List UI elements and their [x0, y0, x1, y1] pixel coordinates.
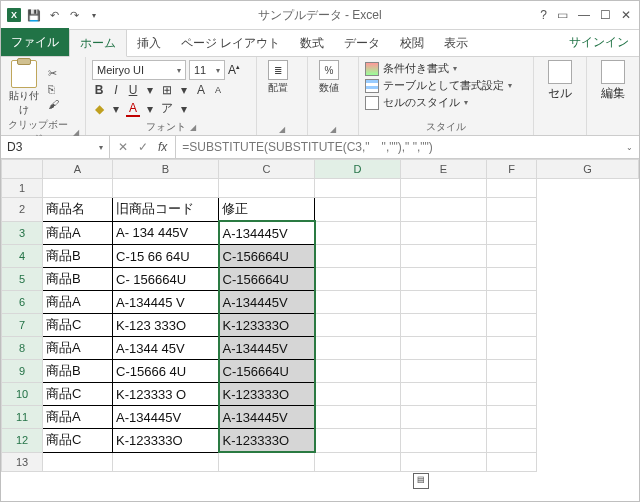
cell-F3[interactable] [401, 221, 487, 245]
cell-F11[interactable] [401, 406, 487, 429]
cell-E8[interactable] [315, 337, 401, 360]
cell-E6[interactable] [315, 291, 401, 314]
close-icon[interactable]: ✕ [621, 8, 631, 22]
cell-G10[interactable] [487, 383, 537, 406]
border-button[interactable]: ⊞ [160, 83, 174, 97]
cell-C3[interactable]: A- 134 445V [113, 221, 219, 245]
cell-C11[interactable]: A-134445V [113, 406, 219, 429]
cell-F13[interactable] [401, 452, 487, 472]
cell-E3[interactable] [315, 221, 401, 245]
cell-B8[interactable]: 商品A [43, 337, 113, 360]
col-header-G[interactable]: G [537, 160, 639, 179]
cell-B13[interactable] [43, 452, 113, 472]
tab-view[interactable]: 表示 [434, 30, 478, 56]
cell-B10[interactable]: 商品C [43, 383, 113, 406]
row-header-5[interactable]: 5 [2, 268, 43, 291]
cell-E11[interactable] [315, 406, 401, 429]
cell-E10[interactable] [315, 383, 401, 406]
sign-in-link[interactable]: サインイン [559, 29, 639, 56]
cell-C6[interactable]: A-134445 V [113, 291, 219, 314]
row-header-3[interactable]: 3 [2, 221, 43, 245]
cell-E1[interactable] [315, 179, 401, 198]
cell-D5[interactable]: C-156664U [219, 268, 315, 291]
cancel-formula-icon[interactable]: ✕ [118, 140, 128, 154]
row-header-1[interactable]: 1 [2, 179, 43, 198]
cell-D4[interactable]: C-156664U [219, 245, 315, 268]
cell-G1[interactable] [487, 179, 537, 198]
phonetic-button[interactable]: ア [160, 100, 174, 117]
cell-C10[interactable]: K-123333 O [113, 383, 219, 406]
row-header-4[interactable]: 4 [2, 245, 43, 268]
cell-D9[interactable]: C-156664U [219, 360, 315, 383]
fill-color-button[interactable]: ◆ [92, 102, 106, 116]
cell-G2[interactable] [487, 198, 537, 222]
cell-B11[interactable]: 商品A [43, 406, 113, 429]
cell-F4[interactable] [401, 245, 487, 268]
col-header-A[interactable]: A [43, 160, 113, 179]
cell-D6[interactable]: A-134445V [219, 291, 315, 314]
cell-C4[interactable]: C-15 66 64U [113, 245, 219, 268]
cell-C7[interactable]: K-123 333O [113, 314, 219, 337]
cell-C12[interactable]: K-123333O [113, 429, 219, 453]
ribbon-options-icon[interactable]: ▭ [557, 8, 568, 22]
cell-D1[interactable] [219, 179, 315, 198]
cell-G7[interactable] [487, 314, 537, 337]
cell-B4[interactable]: 商品B [43, 245, 113, 268]
cell-D11[interactable]: A-134445V [219, 406, 315, 429]
worksheet[interactable]: A B C D E F G 12商品名旧商品コード修正3商品AA- 134 44… [1, 159, 639, 501]
number-button[interactable]: % 数値 [314, 60, 344, 95]
enter-formula-icon[interactable]: ✓ [138, 140, 148, 154]
row-header-2[interactable]: 2 [2, 198, 43, 222]
cell-F2[interactable] [401, 198, 487, 222]
cell-G5[interactable] [487, 268, 537, 291]
cell-D7[interactable]: K-123333O [219, 314, 315, 337]
bold-button[interactable]: B [92, 83, 106, 97]
cell-D3[interactable]: A-134445V [219, 221, 315, 245]
col-header-F[interactable]: F [487, 160, 537, 179]
font-dialog-icon[interactable]: ◢ [190, 123, 196, 132]
row-header-6[interactable]: 6 [2, 291, 43, 314]
fx-icon[interactable]: fx [158, 140, 167, 154]
cell-E2[interactable] [315, 198, 401, 222]
cell-E7[interactable] [315, 314, 401, 337]
cell-G12[interactable] [487, 429, 537, 453]
tab-data[interactable]: データ [334, 30, 390, 56]
cell-F1[interactable] [401, 179, 487, 198]
cell-G6[interactable] [487, 291, 537, 314]
cell-E13[interactable] [315, 452, 401, 472]
tab-page-layout[interactable]: ページ レイアウト [171, 30, 290, 56]
cell-D13[interactable] [219, 452, 315, 472]
cell-E5[interactable] [315, 268, 401, 291]
cell-C1[interactable] [113, 179, 219, 198]
paste-button[interactable]: 貼り付け [7, 60, 41, 117]
cell-F7[interactable] [401, 314, 487, 337]
font-color-button[interactable]: A [126, 101, 140, 117]
cell-B7[interactable]: 商品C [43, 314, 113, 337]
cell-G9[interactable] [487, 360, 537, 383]
row-header-11[interactable]: 11 [2, 406, 43, 429]
row-header-9[interactable]: 9 [2, 360, 43, 383]
cell-C8[interactable]: A-1344 45V [113, 337, 219, 360]
cell-G8[interactable] [487, 337, 537, 360]
cell-B5[interactable]: 商品B [43, 268, 113, 291]
grow-font-button[interactable]: A [194, 83, 208, 97]
maximize-icon[interactable]: ☐ [600, 8, 611, 22]
quick-analysis-icon[interactable]: ▤ [413, 473, 429, 489]
select-all-button[interactable] [2, 160, 43, 179]
cell-D2[interactable]: 修正 [219, 198, 315, 222]
cell-E4[interactable] [315, 245, 401, 268]
shrink-font-button[interactable]: A [211, 85, 225, 95]
tab-review[interactable]: 校閲 [390, 30, 434, 56]
cell-D10[interactable]: K-123333O [219, 383, 315, 406]
tab-insert[interactable]: 挿入 [127, 30, 171, 56]
minimize-icon[interactable]: — [578, 8, 590, 22]
cell-B12[interactable]: 商品C [43, 429, 113, 453]
row-header-12[interactable]: 12 [2, 429, 43, 453]
qat-customize-icon[interactable]: ▾ [87, 8, 101, 22]
underline-button[interactable]: U [126, 83, 140, 97]
alignment-dialog-icon[interactable]: ◢ [279, 125, 285, 134]
format-painter-icon[interactable]: 🖌 [48, 98, 59, 110]
row-header-8[interactable]: 8 [2, 337, 43, 360]
col-header-B[interactable]: B [113, 160, 219, 179]
expand-formula-icon[interactable]: ⌄ [626, 143, 633, 152]
